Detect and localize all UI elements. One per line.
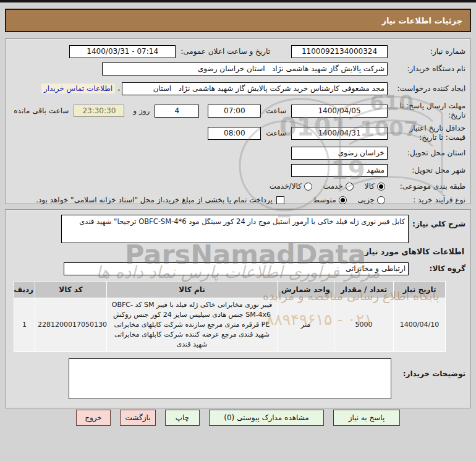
header-item-name: نام کالا [107,282,278,298]
radio-goods[interactable] [377,183,385,191]
reply-deadline-time-input[interactable] [208,105,261,118]
cell-need-date: 1400/04/10 [394,298,446,352]
reply-deadline-hour-label: ساعت [266,106,286,115]
announce-datetime-input[interactable] [69,45,176,58]
cell-quantity: 5000 [334,298,394,352]
process-type-label: نوع فرآیند خرید : [393,196,465,205]
need-number-input[interactable] [291,45,388,58]
hours-remaining-label: ساعت باقی مانده [14,106,69,115]
delivery-city-row: شهر محل تحویل: [9,163,465,178]
treasury-docs-label: پرداخت تمام یا بخشی از مبلغ خرید،از محل … [36,196,273,204]
reply-to-need-button[interactable]: پاسخ به نیاز [333,410,400,426]
radio-medium-label: متوسط [313,196,336,204]
announce-datetime-label: تاریخ و ساعت اعلان عمومی: [181,47,270,56]
header-unit: واحد شمارش [278,282,334,298]
buyer-notes-label: توضیحات خریدار: [396,369,465,378]
delivery-province-row: استان محل تحویل: [9,145,465,160]
price-validity-row: حداقل تاریخ اعتبار قیمت: تا تاریخ: ساعت [9,123,465,143]
request-creator-row: ایجاد کننده درخواست: ، اطلاعات تماس خرید… [9,79,465,98]
goods-table-header-row: تاریخ نیاز تعداد / مقدار واحد شمارش نام … [14,282,446,298]
buyer-notes-box[interactable] [69,358,391,399]
process-type-row: نوع فرآیند خرید : جزیی متوسط پرداخت تمام… [9,194,465,206]
print-button[interactable]: چاپ [165,410,200,426]
remaining-days-input[interactable] [155,105,199,118]
header-need-date: تاریخ نیاز [394,282,446,298]
goods-panel: شرح کلي نیاز: کابل فیبر نوری ژله فیلد خا… [5,209,471,408]
buyer-name-label: نام دستگاه خریدار: [393,64,465,74]
cell-item-name: فیبر نوری مخابراتی خاکی ژله فیلد با فیبر… [107,298,278,352]
subject-class-label: طبقه بندی موضوعی: [393,182,465,191]
goods-group-row: گروه کالا: [9,261,465,276]
need-info-panel: شماره نیاز: تاریخ و ساعت اعلان عمومی: نا… [5,38,471,204]
radio-service[interactable] [346,183,354,191]
delivery-city-label: شهر محل تحویل: [393,166,465,175]
header-item-code: کد کالا [35,282,107,298]
treasury-docs-checkbox[interactable] [276,196,284,204]
buyer-name-row: نام دستگاه خریدار: [9,61,465,76]
page-title: جزئیات اطلاعات نیاز [381,16,462,25]
radio-goods-label: کالا [365,182,375,191]
goods-group-label: گروه کالا: [411,264,465,273]
price-validity-time-input[interactable] [208,127,261,140]
buyer-contact-link[interactable]: اطلاعات تماس خریدار [41,84,115,93]
need-details-page: { "title_bar": { "text": "جزئیات اطلاعات… [0,0,476,461]
button-bar: پاسخ به نیاز مشاهده مدارک پیوستی (0) چاپ… [0,410,476,426]
need-number-row: شماره نیاز: تاریخ و ساعت اعلان عمومی: [9,44,465,59]
exit-button[interactable]: خروج [76,410,111,426]
reply-deadline-date-input[interactable] [291,105,388,118]
price-validity-date-input[interactable] [291,127,388,140]
title-bar: جزئیات اطلاعات نیاز [5,9,471,32]
goods-table: تاریخ نیاز تعداد / مقدار واحد شمارش نام … [14,281,446,352]
back-button[interactable]: بازگشت [120,410,156,426]
delivery-province-label: استان محل تحویل: [393,149,465,158]
reply-deadline-row: مهلت ارسال پاسخ: تا تاریخ: ساعت روز و 23… [9,101,465,121]
table-row[interactable]: 1400/04/10 5000 متر فیبر نوری مخابراتی خ… [14,298,446,352]
delivery-province-input[interactable] [291,147,388,160]
goods-group-input[interactable] [64,262,409,275]
countdown-timer: 23:30:30 [74,105,124,117]
description-row: شرح کلي نیاز: کابل فیبر نوری ژله فیلد خا… [9,215,465,244]
reply-deadline-label: مهلت ارسال پاسخ: تا تاریخ: [393,101,465,120]
creator-separator: ، [117,84,120,93]
days-and-label: روز و [133,106,150,115]
price-validity-label: حداقل تاریخ اعتبار قیمت: تا تاریخ: [393,124,465,142]
need-number-label: شماره نیاز: [393,47,465,56]
cell-item-code: 2281200017050130 [35,298,107,352]
radio-partial-label: جزیی [358,196,375,204]
description-label: شرح کلي نیاز: [411,220,465,228]
header-quantity: تعداد / مقدار [334,282,394,298]
radio-goods-service-label: کالا/خدمت [270,182,302,191]
header-row-number: ردیف [14,282,35,298]
cell-row-number: 1 [14,298,35,352]
view-attachments-button[interactable]: مشاهده مدارک پیوستی (0) [209,410,324,426]
price-validity-hour-label: ساعت [266,129,286,137]
subject-class-row: طبقه بندی موضوعی: کالا خدمت کالا/خدمت [9,180,465,192]
delivery-city-input[interactable] [291,164,388,177]
buyer-notes-row: توضیحات خریدار: [9,358,465,399]
top-divider [0,0,476,2]
radio-service-label: خدمت [323,182,343,191]
radio-goods-service[interactable] [304,183,312,191]
cell-unit: متر [278,298,334,352]
radio-medium[interactable] [339,196,347,204]
request-creator-label: ایجاد کننده درخواست: [393,84,465,93]
request-creator-input[interactable] [122,82,388,95]
goods-section-header: اطلاعات کالاهاي مورد نیاز [9,247,464,256]
buyer-name-input[interactable] [102,62,388,75]
radio-partial[interactable] [377,196,385,204]
description-box[interactable]: کابل فیبر نوری ژله فیلد خاکی با آرمور اس… [61,215,409,243]
